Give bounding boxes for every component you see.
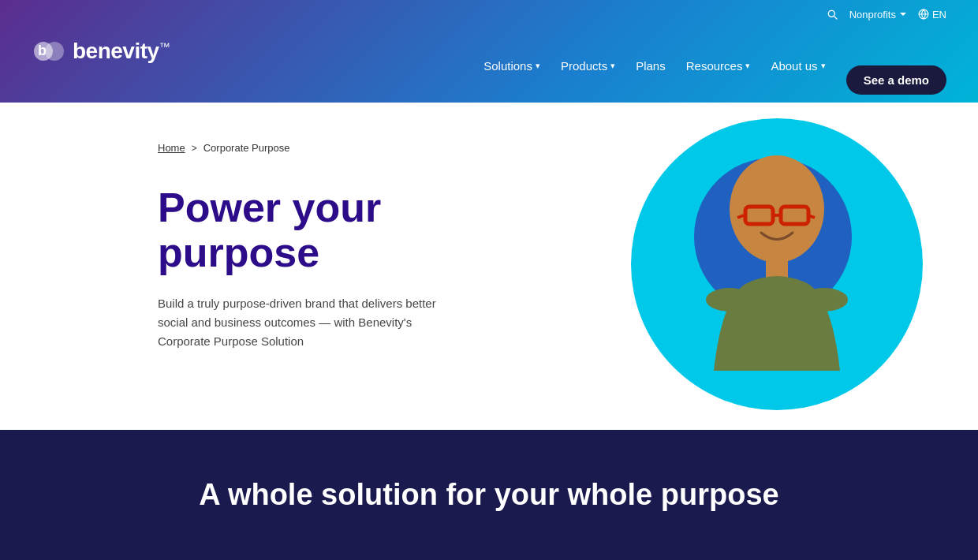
breadcrumb-home[interactable]: Home [158,142,185,154]
hero-description: Build a truly purpose-driven brand that … [158,294,457,351]
utility-bar: Nonprofits EN [826,8,946,21]
nav-solutions[interactable]: Solutions [476,54,548,77]
chevron-down-icon [899,10,907,18]
hero-title: Power your purpose [158,185,457,275]
svg-line-8 [737,215,744,218]
nav-resources[interactable]: Resources [678,54,759,77]
breadcrumb-separator: > [192,143,197,154]
hero-content: Home > Corporate Purpose Power your purp… [0,118,505,383]
logo-icon: b [32,34,66,69]
globe-icon [918,9,929,20]
svg-point-12 [801,288,848,312]
logo-text: benevity™ [73,39,170,64]
nonprofits-label: Nonprofits [849,9,896,21]
hero-circle-graphic [631,118,923,410]
svg-point-2 [45,42,64,61]
nav-plans[interactable]: Plans [628,54,674,77]
hero-section: Home > Corporate Purpose Power your purp… [0,103,978,430]
svg-point-11 [706,288,753,312]
logo[interactable]: b benevity™ [32,34,170,69]
person-svg [659,142,895,410]
main-nav: Solutions Products Plans Resources About… [476,37,946,95]
nav-about[interactable]: About us [763,54,833,77]
svg-text:b: b [38,43,47,58]
language-button[interactable]: EN [918,9,946,21]
person-image [651,134,903,410]
lang-label: EN [932,9,946,21]
svg-line-9 [808,215,815,218]
top-navigation-bar: Nonprofits EN b benevity™ Solutions Prod… [0,0,978,103]
bottom-section: A whole solution for your whole purpose [0,430,978,560]
nav-products[interactable]: Products [553,54,623,77]
breadcrumb-current: Corporate Purpose [203,142,290,154]
bottom-title: A whole solution for your whole purpose [199,478,778,512]
see-demo-button[interactable]: See a demo [846,65,946,95]
nonprofits-button[interactable]: Nonprofits [849,9,907,21]
breadcrumb: Home > Corporate Purpose [158,142,457,154]
search-button[interactable] [826,8,838,21]
search-icon [826,8,838,21]
hero-image [623,110,931,418]
